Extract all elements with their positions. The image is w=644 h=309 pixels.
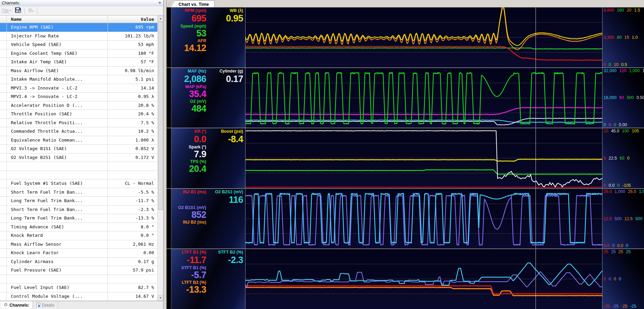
scroll-up-icon[interactable]: ▲ xyxy=(158,16,163,21)
tab-details-label: Details xyxy=(42,303,54,308)
table-row[interactable]: Timing Advance (SAE)8.0 ° xyxy=(0,223,157,232)
table-row[interactable]: O2 Voltage B2S1 (SAE)0.172 V xyxy=(0,153,157,162)
table-row[interactable]: MPVI.3 -> Innovate - LC-214.14 xyxy=(0,84,157,93)
table-row[interactable]: Short Term Fuel Trim Ban...-2.3 % xyxy=(0,206,157,214)
scrollbar-thumb[interactable] xyxy=(158,22,163,210)
time-cursor[interactable] xyxy=(536,249,536,309)
column-header-value[interactable]: Value xyxy=(108,16,157,23)
row-margin-cell xyxy=(0,84,7,93)
table-row[interactable]: Cylinder Airmass0.17 g xyxy=(0,258,157,266)
table-row[interactable]: Control Module Voltage (...14.67 V xyxy=(0,292,157,301)
strip-plot[interactable] xyxy=(245,128,603,188)
strip-left-margin xyxy=(167,249,171,309)
table-row[interactable] xyxy=(0,162,157,171)
table-row[interactable] xyxy=(0,171,157,180)
strip-plot[interactable] xyxy=(245,189,603,249)
table-row[interactable]: Engine RPM (SAE)695 rpm xyxy=(0,23,157,32)
table-row[interactable]: Accelerator Position D (...20.8 % xyxy=(0,101,157,110)
readout-value xyxy=(171,195,208,205)
scale-tick: 1,000 xyxy=(629,68,640,73)
scale-tick: 500 xyxy=(627,95,634,100)
channel-name: Fuel Pressure (SAE) xyxy=(7,266,108,275)
channel-name: Knock Learn Factor xyxy=(7,249,108,257)
open-config-button[interactable]: ▼ xyxy=(1,7,13,15)
table-row[interactable] xyxy=(0,275,157,284)
table-row[interactable]: Injector Flow Rate101.23 lb/h xyxy=(0,32,157,41)
pin-icon[interactable] xyxy=(158,1,162,5)
table-row[interactable]: Long Term Fuel Trim Bank...-13.3 % xyxy=(0,214,157,223)
channel-name: Short Term Fuel Trim Ban... xyxy=(7,188,108,197)
table-row[interactable]: Mass Airflow Sensor2,061 Hz xyxy=(0,240,157,249)
channel-value: 0.17 g xyxy=(108,258,157,266)
row-margin-cell xyxy=(0,162,7,170)
table-scrollbar[interactable]: ▲ ▼ xyxy=(157,16,163,301)
channel-name: O2 Voltage B2S1 (SAE) xyxy=(7,153,108,162)
table-row[interactable]: O2 Voltage B1S1 (SAE)0.852 V xyxy=(0,145,157,153)
table-row[interactable]: Mass Airflow (SAE)0.98 lb/min xyxy=(0,67,157,76)
chart-tabbar: Chart vs. Time xyxy=(167,0,644,7)
scale-tick: 0 xyxy=(626,243,628,248)
table-row[interactable]: Equivalence Ratio Comman...1.000 λ xyxy=(0,136,157,145)
table-row[interactable]: Relative Throttle Positi...7.5 % xyxy=(0,119,157,128)
scale-tick: 10 xyxy=(604,129,608,133)
chart-strip-1: RPM (rpm)WB (λ)6950.95Speed (mph)53AFR14… xyxy=(167,7,644,68)
scale-row-mid: 0000 xyxy=(604,277,644,281)
column-header-name[interactable]: Name xyxy=(7,16,108,23)
table-row[interactable]: Vehicle Speed (SAE)53 mph xyxy=(0,40,157,49)
scale-tick: -25 xyxy=(612,304,618,309)
scale-tick: 5 xyxy=(604,156,606,161)
channel-value: CL - Normal xyxy=(108,179,157,188)
channels-panel: Channels: ▼ Name Value xyxy=(0,0,164,309)
strip-plot[interactable] xyxy=(245,7,603,67)
tab-channels[interactable]: Channels: xyxy=(0,301,33,309)
add-channel-button[interactable] xyxy=(26,7,35,15)
row-margin-cell xyxy=(0,153,7,162)
row-margin-cell xyxy=(0,223,7,231)
bottom-tabbar: Channels: Details xyxy=(0,301,163,309)
scale-tick: 0.0 xyxy=(609,183,614,188)
channel-value: 14.67 V xyxy=(108,292,157,301)
table-row[interactable]: Fuel System #1 Status (SAE)CL - Normal xyxy=(0,179,157,188)
table-row[interactable]: Knock Learn Factor0.00 xyxy=(0,249,157,258)
time-cursor[interactable] xyxy=(536,7,536,67)
table-row[interactable]: Long Term Fuel Trim Bank...-11.7 % xyxy=(0,197,157,206)
header-margin-cell xyxy=(0,16,7,23)
scale-tick: 25.0 xyxy=(604,189,612,194)
scale-tick: -25 xyxy=(630,304,636,309)
time-cursor[interactable] xyxy=(536,68,536,128)
table-row[interactable]: MPVI.4 -> Innovate - LC-20.95 λ xyxy=(0,93,157,101)
row-margin-cell xyxy=(0,58,7,66)
scale-tick: 45.0 xyxy=(611,129,619,133)
time-cursor[interactable] xyxy=(536,189,536,249)
table-row[interactable]: Commanded Throttle Actua...10.2 % xyxy=(0,127,157,136)
row-margin-cell xyxy=(0,231,7,240)
channel-value: -5.5 % xyxy=(108,188,157,197)
table-row[interactable]: Engine Coolant Temp (SAE)180 °F xyxy=(0,49,157,58)
time-cursor[interactable] xyxy=(536,128,536,188)
strip-plot[interactable] xyxy=(245,68,603,128)
readout-value: 0.95 xyxy=(208,14,245,24)
table-row[interactable]: Throttle Position (SAE)20.4 % xyxy=(0,110,157,119)
panel-splitter[interactable] xyxy=(164,0,167,309)
strip-plot[interactable] xyxy=(245,249,603,309)
scale-tick: 120 xyxy=(619,68,626,73)
tab-details[interactable]: Details xyxy=(33,301,58,309)
channel-value: -13.3 % xyxy=(108,214,157,223)
table-row[interactable]: Short Term Fuel Trim Ban...-5.5 % xyxy=(0,188,157,197)
chevron-down-icon: ▼ xyxy=(9,9,12,12)
readout-value: 484 xyxy=(171,104,208,114)
save-config-button[interactable] xyxy=(14,7,22,15)
row-margin-cell xyxy=(0,93,7,101)
channel-name xyxy=(7,162,108,170)
table-row[interactable]: Intake Air Temp (SAE)57 °F xyxy=(0,58,157,67)
scroll-down-icon[interactable]: ▼ xyxy=(158,295,163,301)
table-row[interactable]: Fuel Pressure (SAE)57.9 psi xyxy=(0,266,157,275)
strip-left-margin xyxy=(167,68,171,128)
tab-chart-vs-time[interactable]: Chart vs. Time xyxy=(171,0,215,7)
gear-icon xyxy=(4,303,8,308)
scale-tick: 50 xyxy=(620,156,624,161)
table-row[interactable]: Fuel Level Input (SAE)82.7 % xyxy=(0,283,157,292)
readout-value: 2,086 xyxy=(171,75,208,84)
table-row[interactable]: Intake Manifold Absolute...5.1 psi xyxy=(0,75,157,84)
table-row[interactable]: Knock Retard0.0 ° xyxy=(0,231,157,240)
